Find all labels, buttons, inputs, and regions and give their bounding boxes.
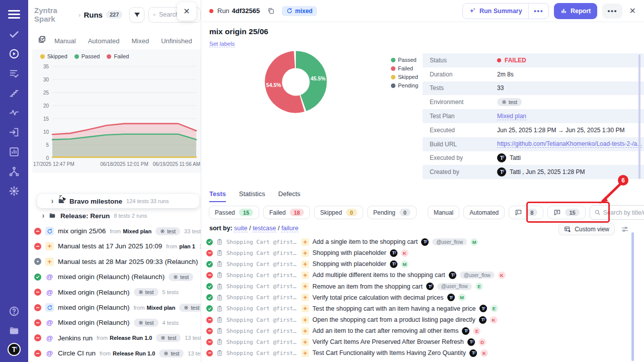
- test-title[interactable]: Remove an item from the shopping cart: [312, 283, 423, 290]
- assignee-chip[interactable]: K: [401, 249, 409, 257]
- milestones-icon[interactable]: [8, 87, 20, 99]
- run-row[interactable]: @ Mixed origin (Relaunch) test 5 tests: [28, 285, 201, 300]
- test-row[interactable]: Shopping Cart @first… Remove an item fro…: [206, 281, 637, 292]
- test-cases-icon[interactable]: [8, 28, 20, 40]
- run-row[interactable]: Manual tests at 17 Jun 2025 10:09 frompl…: [28, 239, 201, 254]
- assignee-chip[interactable]: K: [498, 272, 506, 279]
- test-title[interactable]: Test Cart Functionality with Items Havin…: [312, 349, 466, 356]
- chevron-right-icon[interactable]: ›: [42, 211, 44, 220]
- test-suite[interactable]: Shopping Cart @first…: [226, 239, 298, 245]
- run-row[interactable]: Manual tests at 28 Mar 2025 09:33 (Relau…: [28, 254, 201, 269]
- filter-chip-comment-plus[interactable]: 15: [547, 206, 585, 219]
- test-row[interactable]: Shopping Cart @first… Shopping with plac…: [206, 258, 637, 269]
- panel-close-button[interactable]: ✕: [177, 2, 196, 21]
- run-row[interactable]: @ Jenkins run fromRelease Run 1.0 test 1…: [28, 330, 201, 345]
- test-suite[interactable]: Shopping Cart @first…: [226, 328, 298, 334]
- test-title[interactable]: Verify Cart Items Are Preserved After Br…: [312, 338, 464, 345]
- run-row[interactable]: @ Circle CI run fromRelease Run 1.0 test…: [28, 346, 201, 361]
- launcher-icon[interactable]: [8, 126, 20, 138]
- assignee-chip[interactable]: E: [473, 327, 480, 335]
- run-summary-button[interactable]: Run Summary: [463, 8, 528, 15]
- assignee-chip[interactable]: M: [470, 238, 478, 246]
- tests-scrollbar[interactable]: [631, 232, 634, 361]
- test-suite[interactable]: Shopping Cart @first…: [226, 339, 298, 345]
- tab-statistics[interactable]: Statistics: [239, 190, 265, 202]
- test-title[interactable]: Shopping with placeholder: [312, 249, 386, 256]
- test-suite[interactable]: Shopping Cart @first…: [226, 305, 298, 312]
- runs-icon[interactable]: [8, 48, 20, 60]
- assignee-chip[interactable]: M: [458, 294, 466, 301]
- integrations-icon[interactable]: [8, 165, 20, 177]
- filter-chip-passed[interactable]: Passed 15: [209, 206, 259, 219]
- menu-icon[interactable]: [8, 8, 20, 21]
- tab-tests[interactable]: Tests: [209, 190, 226, 202]
- test-title[interactable]: Shopping with placeholder: [312, 260, 386, 267]
- sliders-icon[interactable]: [621, 225, 629, 233]
- custom-view-button[interactable]: Custom view: [558, 223, 615, 235]
- test-suite[interactable]: Shopping Cart @first…: [226, 283, 298, 290]
- test-title[interactable]: Verify total price calculation with deci…: [312, 294, 444, 301]
- tests-search[interactable]: [590, 205, 644, 220]
- test-title[interactable]: Add multiple different items to the shop…: [312, 272, 445, 279]
- more-actions-button[interactable]: ●●●: [602, 4, 622, 19]
- health-icon[interactable]: [8, 107, 20, 119]
- test-row[interactable]: Shopping Cart @first… Open the shopping …: [206, 314, 637, 325]
- filter-chip-pending[interactable]: Pending 0: [367, 206, 417, 219]
- filter-chip-failed[interactable]: Failed 18: [263, 206, 310, 219]
- test-suite[interactable]: Shopping Cart @first…: [226, 250, 298, 256]
- assignee-chip[interactable]: K: [480, 349, 488, 357]
- test-title[interactable]: Open the shopping cart from a product li…: [312, 316, 475, 323]
- sort-option-testcase[interactable]: testcase: [253, 225, 276, 232]
- tab-defects[interactable]: Defects: [278, 190, 300, 202]
- test-title[interactable]: Add a single item to the shopping cart: [312, 238, 418, 245]
- assignee-chip[interactable]: E: [475, 283, 483, 290]
- assignee-chip[interactable]: D: [478, 338, 486, 346]
- assignee-chip[interactable]: M: [401, 260, 409, 268]
- filter-chip-comment-exclaim[interactable]: 8: [509, 206, 543, 219]
- test-row[interactable]: Shopping Cart @first… Add an item to the…: [206, 325, 637, 336]
- test-title[interactable]: Add an item to the cart after removing a…: [312, 327, 458, 334]
- breadcrumb-app[interactable]: Zyntra Spark: [34, 6, 75, 23]
- filter-button[interactable]: [129, 7, 144, 23]
- test-row[interactable]: Shopping Cart @first… Shopping with plac…: [206, 247, 637, 258]
- details-scrollbar[interactable]: [638, 54, 640, 179]
- sort-option-failure[interactable]: failure: [281, 225, 298, 232]
- user-avatar[interactable]: T: [8, 343, 21, 356]
- close-drawer-icon[interactable]: ✕: [629, 6, 636, 16]
- milestone-row[interactable]: › Release: Rerun 8 tests 2 runs: [28, 208, 201, 223]
- test-suite[interactable]: Shopping Cart @first…: [226, 294, 298, 301]
- run-row[interactable]: mixed origin (Relaunch) fromMixed plan t…: [28, 300, 201, 315]
- run-row[interactable]: mix origin 25/06 fromMixed plan test 33 …: [28, 223, 201, 238]
- test-suite[interactable]: Shopping Cart @first…: [226, 317, 298, 323]
- run-type-badge[interactable]: mixed: [282, 6, 317, 16]
- run-row[interactable]: @ mixed origin (Relaunch) (Relaunch) tes…: [28, 269, 201, 285]
- test-suite[interactable]: Shopping Cart @first…: [226, 272, 298, 279]
- detail-link[interactable]: Mixed plan: [497, 113, 526, 120]
- chevron-right-icon[interactable]: ›: [51, 197, 53, 206]
- filter-chip-automated[interactable]: Automated: [463, 206, 505, 219]
- test-row[interactable]: Shopping Cart @first… Test Cart Function…: [206, 347, 637, 358]
- test-row[interactable]: Shopping Cart @first… Verify total price…: [206, 292, 637, 303]
- test-suite[interactable]: Shopping Cart @first…: [226, 261, 298, 267]
- copy-icon[interactable]: [267, 7, 275, 15]
- run-row[interactable]: @ Mixed origin (Relaunch) test 4 tests: [28, 315, 201, 330]
- tab-unfinished[interactable]: Unfinished: [161, 37, 192, 45]
- tab-manual[interactable]: Manual: [54, 37, 76, 45]
- test-row[interactable]: Shopping Cart @first… Add multiple diffe…: [206, 269, 637, 281]
- settings-gear-icon[interactable]: [8, 185, 20, 197]
- test-plans-icon[interactable]: [8, 67, 20, 79]
- multi-select-icon[interactable]: [38, 35, 46, 46]
- set-labels-link[interactable]: Set labels: [209, 41, 235, 47]
- reports-icon[interactable]: [8, 146, 20, 158]
- detail-link[interactable]: https://github.com/TetianaKhomenko/Load-…: [497, 140, 642, 148]
- assignee-chip[interactable]: K: [490, 316, 498, 324]
- tab-automated[interactable]: Automated: [88, 37, 120, 45]
- test-suite[interactable]: Shopping Cart @first…: [226, 350, 298, 356]
- test-row[interactable]: Shopping Cart @first… Test the shopping …: [206, 303, 637, 314]
- test-row[interactable]: Shopping Cart @first… Add a single item …: [206, 236, 637, 247]
- tab-mixed[interactable]: Mixed: [132, 37, 149, 45]
- test-title[interactable]: Test the shopping cart with an item havi…: [312, 305, 476, 312]
- tests-search-input[interactable]: [603, 209, 644, 216]
- projects-folder-icon[interactable]: [8, 325, 20, 337]
- test-row[interactable]: Shopping Cart @first… Verify Cart Items …: [206, 336, 637, 347]
